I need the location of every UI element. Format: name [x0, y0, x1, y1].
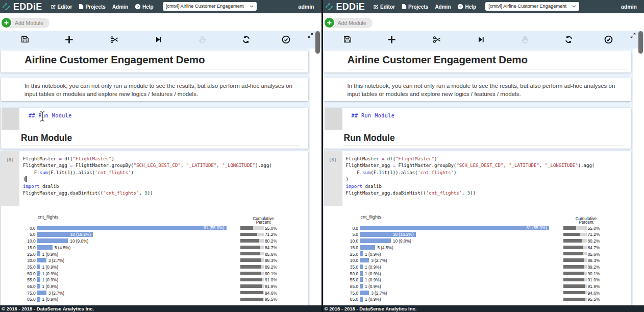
histogram-bar	[37, 258, 46, 262]
markdown-rendered-heading: Run Module	[344, 133, 395, 143]
add-cell-button[interactable]	[384, 32, 400, 47]
run-all-button[interactable]	[151, 32, 166, 47]
scissors-icon	[110, 35, 119, 44]
cell-gutter: [8]	[324, 151, 342, 206]
histogram-row: 10.010 (9.0%)80.2%	[1, 237, 308, 244]
user-menu[interactable]: admin	[621, 4, 637, 10]
project-selector-value: [cmtvl] Airline Customer Engagement	[166, 4, 250, 9]
markdown-rendered-heading: Run Module	[21, 133, 72, 143]
cut-cell-button[interactable]	[107, 32, 122, 47]
bar-value-label: 3 (2.7%)	[48, 291, 64, 296]
scrollbar-thumb[interactable]	[638, 31, 643, 54]
histogram-row: 55.01 (0.9%)91.0%	[1, 277, 308, 283]
bar-value-label: 1 (0.9%)	[365, 265, 381, 270]
footer: © 2016 - 2018 - DataSense Analytics Inc.	[0, 305, 321, 312]
notebook-title-card: Airline Customer Engagement Demo	[1, 51, 308, 73]
nav-item-projects[interactable]: Projects	[402, 4, 428, 10]
nav-item-admin[interactable]: Admin	[112, 4, 128, 10]
nav-item-admin[interactable]: Admin	[435, 4, 451, 10]
add-module-button[interactable]: Add Module	[1, 18, 49, 28]
histogram-bar: 18 (16.2%)	[360, 232, 416, 236]
markdown-cell[interactable]: ## Run Module Run Module	[1, 108, 308, 149]
plus-circle-icon	[324, 17, 335, 29]
refresh-button[interactable]	[238, 32, 254, 47]
pan-button[interactable]	[194, 32, 210, 47]
bin-label: 65.0	[324, 284, 359, 289]
nav-item-help[interactable]: ?Help	[135, 4, 154, 10]
nav-item-projects[interactable]: Projects	[79, 4, 105, 10]
cumulative-bar	[240, 233, 257, 236]
cumulative-bar	[563, 226, 576, 230]
code-cell[interactable]: [8] FlightMaster = df("FlightMaster")Fli…	[324, 151, 631, 305]
expand-icon	[308, 33, 313, 38]
bin-label: 30.0	[324, 258, 359, 263]
cumulative-percent-label: 94.6%	[582, 291, 600, 296]
bar-value-label: 61 (55.0%)	[204, 226, 225, 230]
code-input-area: [8] FlightMaster = df("FlightMaster")Fli…	[1, 151, 308, 206]
validate-button[interactable]	[601, 32, 616, 47]
bin-histogram: cnt_flights Cumulative Percent 0.061 (55…	[1, 206, 308, 305]
brand-title[interactable]: EDDiE	[13, 2, 42, 12]
bin-label: 0.0	[1, 226, 36, 231]
browser-window-left: EDDiE EditorProjectsAdmin?Help [cmtvl] A…	[0, 0, 321, 312]
histogram-rows: 0.061 (55.0%)55.0%5.018 (16.2%)71.2%10.0…	[1, 225, 308, 302]
nav-item-editor[interactable]: Editor	[373, 4, 395, 10]
markdown-cell[interactable]: ## Run Module Run Module	[324, 108, 631, 149]
nav-item-editor[interactable]: Editor	[51, 4, 72, 10]
bin-label: 10.0	[1, 238, 36, 244]
top-nav: EDDiE EditorProjectsAdmin?Help [cmtvl] A…	[0, 0, 321, 13]
cumulative-percent-label: 94.6%	[259, 291, 277, 296]
scissors-icon	[433, 35, 441, 44]
brand-title[interactable]: EDDiE	[336, 2, 365, 12]
histogram-row: 85.01 (0.9%)95.5%	[1, 296, 308, 303]
bar-value-label: 1 (0.9%)	[42, 252, 58, 257]
histogram-bar	[37, 251, 40, 256]
footer: © 2016 - 2018 - DataSense Analytics Inc.	[323, 305, 644, 312]
code-cell[interactable]: [8] FlightMaster = df("FlightMaster")Fli…	[1, 151, 308, 305]
nav-item-help[interactable]: ?Help	[457, 4, 476, 10]
bar-value-label: 1 (0.9%)	[42, 284, 58, 289]
markdown-source[interactable]: ## Run Module	[29, 113, 72, 118]
bin-label: 15.0	[324, 245, 359, 250]
histogram-row: 55.01 (0.9%)91.0%	[324, 277, 631, 283]
cumulative-percent-label: 71.2%	[259, 232, 277, 237]
histogram-bar	[37, 271, 40, 276]
save-button[interactable]	[340, 32, 355, 47]
refresh-icon	[564, 35, 573, 44]
save-button[interactable]	[17, 32, 33, 47]
bin-label: 5.0	[1, 232, 36, 237]
run-all-button[interactable]	[474, 32, 489, 47]
code-input-area: [8] FlightMaster = df("FlightMaster")Fli…	[324, 151, 631, 206]
cumulative-percent-label: 91.0%	[259, 277, 277, 282]
skip-end-icon	[477, 36, 485, 43]
cumulative-percent-label: 90.1%	[582, 271, 600, 276]
project-selector[interactable]: [cmtvl] Airline Customer Engagement	[485, 2, 579, 11]
scrollbar-thumb[interactable]	[315, 31, 320, 54]
notebook-title: Airline Customer Engagement Demo	[348, 54, 528, 66]
histogram-bar: 18 (16.2%)	[37, 232, 93, 236]
code-editor[interactable]: FlightMaster = df("FlightMaster")FlightM…	[19, 151, 308, 206]
expand-icon	[630, 33, 636, 38]
expand-button[interactable]	[308, 33, 313, 38]
user-menu[interactable]: admin	[299, 4, 314, 10]
cumulative-percent-label: 89.2%	[582, 265, 600, 270]
bin-label: 50.0	[1, 271, 36, 276]
histogram-rows: 0.061 (55.0%)55.0%5.018 (16.2%)71.2%10.0…	[324, 225, 631, 302]
bar-value-label: 1 (0.9%)	[365, 277, 381, 282]
cumulative-percent-label: 85.6%	[259, 252, 277, 257]
histogram-bar	[360, 291, 369, 295]
histogram-row: 5.018 (16.2%)71.2%	[324, 231, 631, 238]
pan-button[interactable]	[517, 32, 533, 47]
project-selector[interactable]: [cmtvl] Airline Customer Engagement	[163, 2, 257, 11]
add-module-button[interactable]: Add Module	[324, 18, 373, 28]
markdown-source[interactable]: ## Run Module	[352, 113, 395, 118]
expand-button[interactable]	[630, 33, 636, 38]
bar-value-label: 1 (0.9%)	[42, 271, 58, 276]
histogram-row: 5.018 (16.2%)71.2%	[1, 231, 308, 238]
code-editor[interactable]: FlightMaster = df("FlightMaster")FlightM…	[342, 151, 631, 206]
add-cell-button[interactable]	[61, 32, 77, 47]
cut-cell-button[interactable]	[430, 32, 445, 47]
top-nav: EDDiE EditorProjectsAdmin?Help [cmtvl] A…	[323, 0, 644, 13]
validate-button[interactable]	[278, 32, 293, 47]
refresh-button[interactable]	[561, 32, 577, 47]
